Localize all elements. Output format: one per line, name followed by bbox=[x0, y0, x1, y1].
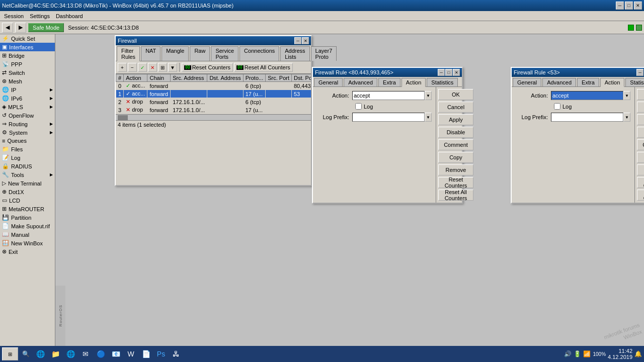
sidebar-item-interfaces[interactable]: ▣ Interfaces bbox=[0, 43, 55, 51]
rule2-action-input[interactable] bbox=[551, 91, 623, 100]
rule1-action-input[interactable] bbox=[352, 91, 425, 100]
table-row[interactable]: 2 ✕ drop forward 172.16.1.0/... 6 (tcp) bbox=[116, 98, 311, 106]
rule2-tab-general[interactable]: General bbox=[513, 78, 541, 86]
rule1-log-prefix-input[interactable] bbox=[352, 113, 425, 122]
sidebar-item-supout[interactable]: 📄 Make Supout.rif bbox=[0, 222, 55, 230]
sidebar-item-switch[interactable]: ⇄ Switch bbox=[0, 68, 55, 77]
taskbar-app-winbox[interactable]: 🖧 bbox=[169, 347, 183, 360]
reset-counters-button[interactable]: 00 Reset Counters bbox=[182, 63, 233, 72]
rule1-reset-counters-button[interactable]: Reset Counters bbox=[438, 177, 473, 188]
menu-settings[interactable]: Settings bbox=[27, 12, 53, 20]
rule2-copy-button[interactable]: Copy bbox=[637, 152, 644, 163]
sidebar-item-metarouter[interactable]: ⊞ MetaROUTER bbox=[0, 205, 55, 213]
taskbar-app-edge[interactable]: 🌐 bbox=[63, 347, 77, 360]
sidebar-item-ppp[interactable]: 📡 PPP bbox=[0, 60, 55, 68]
rule1-action-dropdown-btn[interactable]: ▼ bbox=[425, 91, 432, 100]
rule1-log-checkbox[interactable] bbox=[355, 103, 362, 110]
tray-notification-icon[interactable]: 🔔 bbox=[634, 350, 642, 357]
sidebar-item-radius[interactable]: 🔒 RADIUS bbox=[0, 162, 55, 170]
rule2-reset-all-counters-button[interactable]: Reset All Counters bbox=[637, 190, 644, 201]
start-button[interactable]: ⊞ bbox=[2, 347, 18, 360]
sidebar-item-routing[interactable]: ⇒ Routing ▶ bbox=[0, 120, 55, 128]
rule1-minimize-button[interactable]: ─ bbox=[438, 69, 445, 76]
rule1-copy-button[interactable]: Copy bbox=[438, 152, 473, 163]
rule1-tab-general[interactable]: General bbox=[314, 78, 343, 86]
scrollbar-thumb[interactable] bbox=[118, 115, 128, 120]
maximize-button[interactable]: □ bbox=[625, 2, 633, 10]
taskbar-app-files[interactable]: 📁 bbox=[48, 347, 62, 360]
sidebar-item-files[interactable]: 📁 Files bbox=[0, 145, 55, 153]
rule2-ok-button[interactable]: OK bbox=[637, 89, 644, 100]
reset-all-counters-button[interactable]: 00 Reset All Counters bbox=[234, 63, 293, 72]
tab-layer7-proto[interactable]: Layer7 Proto bbox=[311, 46, 337, 61]
sidebar-item-lcd[interactable]: ▭ LCD bbox=[0, 196, 55, 205]
rule1-close-button[interactable]: ✕ bbox=[453, 69, 460, 76]
menu-dashboard[interactable]: Dashboard bbox=[53, 12, 86, 20]
forward-button[interactable]: ▶ bbox=[15, 23, 26, 33]
taskbar-app-ie[interactable]: 🌐 bbox=[33, 347, 47, 360]
horizontal-scrollbar[interactable] bbox=[116, 114, 311, 120]
sidebar-item-quickset[interactable]: ⚡ Quick Set bbox=[0, 34, 55, 43]
tab-raw[interactable]: Raw bbox=[190, 46, 210, 61]
rule-dialog-2-titlebar[interactable]: Firewall Rule <53> ─ □ ✕ bbox=[512, 68, 644, 77]
remove-rule-button[interactable]: − bbox=[128, 63, 137, 72]
back-button[interactable]: ◀ bbox=[2, 23, 13, 33]
minimize-button[interactable]: ─ bbox=[616, 2, 624, 10]
taskbar-search-button[interactable]: 🔍 bbox=[19, 347, 32, 360]
taskbar-app-pdf[interactable]: 📄 bbox=[139, 347, 153, 360]
sidebar-item-mpls[interactable]: ◈ MPLS ▶ bbox=[0, 103, 55, 111]
rule1-tab-statistics[interactable]: Statistics bbox=[427, 78, 458, 86]
rule1-tab-extra[interactable]: Extra bbox=[378, 78, 400, 86]
taskbar-app-chrome[interactable]: 🔵 bbox=[94, 347, 108, 360]
rule1-comment-button[interactable]: Comment bbox=[438, 139, 473, 150]
rule2-comment-button[interactable]: Comment bbox=[637, 139, 644, 150]
sidebar-item-openflow[interactable]: ↺ OpenFlow bbox=[0, 111, 55, 120]
sidebar-item-bridge[interactable]: ⊞ Bridge bbox=[0, 51, 55, 60]
rule2-tab-statistics[interactable]: Statistics bbox=[625, 78, 644, 86]
rule1-remove-button[interactable]: Remove bbox=[438, 164, 473, 175]
taskbar-app-mail[interactable]: ✉ bbox=[78, 347, 93, 360]
rule1-cancel-button[interactable]: Cancel bbox=[438, 102, 473, 113]
sidebar-item-system[interactable]: ⚙ System ▶ bbox=[0, 128, 55, 137]
rule2-disable-button[interactable]: Disable bbox=[637, 127, 644, 138]
sidebar-item-tools[interactable]: 🔧 Tools ▶ bbox=[0, 170, 55, 179]
rule2-log-prefix-dropdown-btn[interactable]: ▼ bbox=[623, 113, 630, 122]
safe-mode-button[interactable]: Safe Mode bbox=[28, 23, 64, 32]
rule1-tab-action[interactable]: Action bbox=[401, 78, 426, 87]
rule2-minimize-button[interactable]: ─ bbox=[636, 69, 643, 76]
rule2-remove-button[interactable]: Remove bbox=[637, 164, 644, 175]
rule1-log-prefix-dropdown-btn[interactable]: ▼ bbox=[425, 113, 432, 122]
firewall-close-button[interactable]: ✕ bbox=[302, 37, 309, 44]
enable-rule-button[interactable]: ✓ bbox=[138, 63, 147, 72]
rule2-log-checkbox[interactable] bbox=[554, 103, 560, 110]
sidebar-item-new-terminal[interactable]: ▷ New Terminal bbox=[0, 179, 55, 188]
add-rule-button[interactable]: + bbox=[118, 63, 127, 72]
rule2-tab-advanced[interactable]: Advanced bbox=[542, 78, 576, 86]
rule1-reset-all-counters-button[interactable]: Reset All Counters bbox=[438, 190, 473, 201]
rule2-apply-button[interactable]: Apply bbox=[637, 114, 644, 125]
firewall-minimize-button[interactable]: ─ bbox=[294, 37, 301, 44]
sidebar-item-dot1x[interactable]: ⊕ Dot1X bbox=[0, 188, 55, 196]
rule1-apply-button[interactable]: Apply bbox=[438, 114, 473, 125]
rule2-log-prefix-input[interactable] bbox=[551, 113, 623, 122]
tab-connections[interactable]: Connections bbox=[239, 46, 279, 61]
tab-mangle[interactable]: Mangle bbox=[162, 46, 189, 61]
sidebar-item-queues[interactable]: ≡ Queues bbox=[0, 137, 55, 145]
rule2-tab-extra[interactable]: Extra bbox=[577, 78, 599, 86]
rule2-action-dropdown-btn[interactable]: ▼ bbox=[623, 91, 630, 100]
taskbar-app-outlook[interactable]: 📧 bbox=[109, 347, 123, 360]
tray-sound-icon[interactable]: 🔊 bbox=[564, 350, 572, 357]
tab-service-ports[interactable]: Service Ports bbox=[211, 46, 238, 61]
disable-rule-button[interactable]: ✕ bbox=[148, 63, 157, 72]
table-row[interactable]: 1 ✓ acc... forward 17 (u... 53 bbox=[116, 90, 311, 98]
table-row[interactable]: 3 ✕ drop forward 172.16.1.0/... 17 (u... bbox=[116, 106, 311, 114]
rule-dialog-1-titlebar[interactable]: Firewall Rule <80.443,993,465> ─ □ ✕ bbox=[313, 68, 462, 77]
taskbar-app-ps[interactable]: Ps bbox=[154, 347, 168, 360]
rule1-tab-advanced[interactable]: Advanced bbox=[344, 78, 377, 86]
sidebar-item-mesh[interactable]: ⊛ Mesh bbox=[0, 77, 55, 85]
rule2-reset-counters-button[interactable]: Reset Counters bbox=[637, 177, 644, 188]
rule2-cancel-button[interactable]: Cancel bbox=[637, 102, 644, 113]
sidebar-item-exit[interactable]: ⊗ Exit bbox=[0, 247, 55, 256]
sidebar-item-new-winbox[interactable]: 🪟 New WinBox bbox=[0, 239, 55, 247]
rule1-disable-button[interactable]: Disable bbox=[438, 127, 473, 138]
